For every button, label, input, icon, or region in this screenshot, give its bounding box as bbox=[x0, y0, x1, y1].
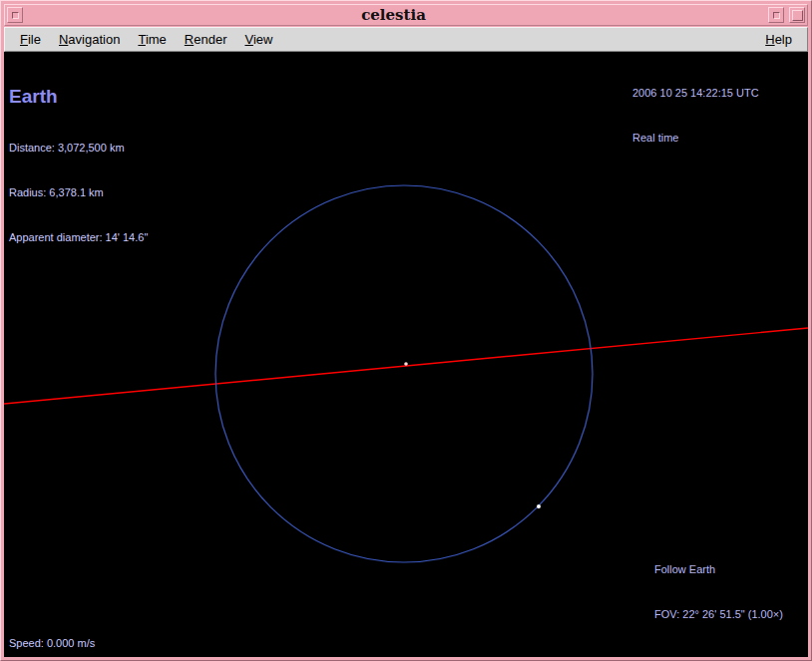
space-viewport[interactable]: Earth Distance: 3,072,500 km Radius: 6,3… bbox=[4, 52, 808, 657]
maximize-icon bbox=[792, 10, 803, 21]
selection-apparent-diameter: Apparent diameter: 14' 14.6" bbox=[9, 230, 148, 245]
selection-info: Earth Distance: 3,072,500 km Radius: 6,3… bbox=[9, 55, 148, 275]
selection-distance: Distance: 3,072,500 km bbox=[9, 141, 148, 156]
window-menu-button[interactable] bbox=[7, 7, 23, 23]
menu-render[interactable]: Render bbox=[176, 29, 236, 50]
menu-bar: File Navigation Time Render View Help bbox=[4, 27, 808, 52]
menu-view[interactable]: View bbox=[235, 29, 281, 50]
window-titlebar[interactable]: celestia bbox=[4, 4, 808, 26]
speed-text: Speed: 0.000 m/s bbox=[9, 636, 95, 651]
moon-orbit-circle bbox=[215, 185, 593, 562]
time-mode-text: Real time bbox=[632, 131, 759, 146]
app-window: celestia File Navigation Time Render Vie… bbox=[0, 0, 812, 661]
menu-time[interactable]: Time bbox=[129, 29, 175, 50]
ecliptic-line bbox=[4, 328, 808, 404]
titlebar-buttons bbox=[768, 7, 805, 23]
iconify-icon bbox=[773, 12, 780, 19]
moon-dot[interactable] bbox=[537, 504, 541, 508]
window-menu-icon bbox=[12, 12, 19, 19]
datetime-text: 2006 10 25 14:22:15 UTC bbox=[632, 86, 759, 101]
iconify-button[interactable] bbox=[768, 7, 784, 23]
fov-text: FOV: 22° 26' 51.5" (1.00×) bbox=[654, 607, 783, 622]
menu-file[interactable]: File bbox=[11, 29, 50, 50]
menu-help[interactable]: Help bbox=[756, 29, 801, 50]
window-title: celestia bbox=[23, 5, 764, 25]
maximize-button[interactable] bbox=[789, 7, 805, 23]
earth-dot[interactable] bbox=[404, 362, 408, 366]
menu-navigation[interactable]: Navigation bbox=[50, 29, 129, 50]
selection-radius: Radius: 6,378.1 km bbox=[9, 185, 148, 200]
follow-text: Follow Earth bbox=[654, 562, 783, 577]
selection-name: Earth bbox=[9, 85, 148, 109]
view-info: Follow Earth FOV: 22° 26' 51.5" (1.00×) bbox=[654, 532, 783, 652]
time-info: 2006 10 25 14:22:15 UTC Real time bbox=[632, 56, 759, 175]
